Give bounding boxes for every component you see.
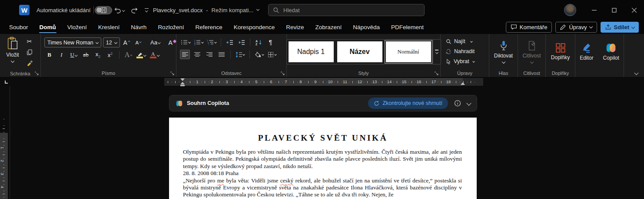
tab-zobrazeni[interactable]: Zobrazení <box>310 20 348 34</box>
bold-button[interactable]: B <box>44 50 54 60</box>
paragraph-dialog-launcher[interactable] <box>281 71 285 75</box>
strikethrough-button[interactable]: ab <box>81 50 91 60</box>
autosave-label: Automatické ukládání <box>37 7 90 13</box>
first-line-indent-marker[interactable] <box>180 78 185 81</box>
underline-button[interactable]: U <box>69 50 79 60</box>
editor-button[interactable]: Editor <box>576 41 597 62</box>
vertical-ruler[interactable]: 1234 <box>0 86 8 199</box>
style-nazev[interactable]: Název <box>337 41 382 62</box>
subscript-button[interactable]: x2 <box>93 50 103 60</box>
clipboard-dialog-launcher[interactable] <box>35 71 39 75</box>
tab-vlozeni[interactable]: Vložení <box>62 20 93 34</box>
save-icon[interactable] <box>100 7 107 14</box>
grow-font-button[interactable]: A <box>122 38 132 47</box>
decrease-indent-button[interactable] <box>225 37 235 47</box>
addins-button[interactable]: Doplňky <box>548 42 573 61</box>
style-nadpis1[interactable]: Nadpis 1 <box>289 41 334 62</box>
tab-rozlozeni[interactable]: Rozložení <box>152 20 189 34</box>
chevron-down-icon <box>530 60 533 64</box>
search-box[interactable] <box>268 4 425 16</box>
microphone-icon <box>499 40 508 51</box>
italic-button[interactable]: I <box>56 50 66 60</box>
document-page[interactable]: PLAVECKÝ SVĚT UNIKÁ Olympiáda v Pekingu … <box>169 118 477 199</box>
share-button[interactable]: Sdílet <box>601 22 639 33</box>
find-button[interactable]: Najít <box>444 37 474 46</box>
tab-stop-selector[interactable] <box>3 79 9 85</box>
collapse-summary-chevron-icon[interactable] <box>466 101 471 105</box>
font-color-button[interactable]: A <box>149 50 160 60</box>
share-icon <box>605 24 611 30</box>
tab-kresleni[interactable]: Kreslení <box>93 20 126 34</box>
styles-dialog-launcher[interactable] <box>435 71 438 75</box>
style-normalni[interactable]: Normální <box>386 41 431 62</box>
editor-pencil-icon <box>581 42 592 54</box>
cut-button[interactable]: ✂ <box>24 37 34 46</box>
document-title[interactable]: Plavecky_svet.docx - Režim kompati... <box>153 0 259 20</box>
bullets-button[interactable] <box>180 37 191 47</box>
dictate-button[interactable]: Diktovat <box>491 39 516 64</box>
chevron-down-icon <box>589 25 592 28</box>
tab-reference[interactable]: Reference <box>189 20 228 34</box>
comments-button[interactable]: Komentáře <box>506 22 552 33</box>
editing-mode-button[interactable]: Úpravy <box>555 22 597 33</box>
clear-formatting-button[interactable]: A <box>167 38 177 47</box>
text-effects-button[interactable]: A <box>123 50 133 60</box>
styles-gallery: Nadpis 1 Název Normální <box>286 39 441 64</box>
format-painter-button[interactable] <box>24 58 34 68</box>
tab-stop-left-icon <box>5 81 8 84</box>
font-size-combo[interactable]: 12 <box>103 37 120 47</box>
user-avatar[interactable] <box>564 4 576 16</box>
quick-access-overflow-icon[interactable] <box>145 8 149 12</box>
font-color-swatch <box>150 57 156 58</box>
info-icon[interactable] <box>454 100 461 107</box>
numbering-button[interactable]: 123 <box>193 37 204 47</box>
align-right-button[interactable] <box>204 50 214 59</box>
highlight-color-button[interactable] <box>136 50 147 60</box>
check-new-summary-button[interactable]: Zkontrolujte nové shrnutí <box>368 98 448 109</box>
shrink-font-button[interactable]: A <box>133 38 143 47</box>
svg-text:A: A <box>256 40 258 43</box>
tab-domu[interactable]: Domů <box>34 20 62 34</box>
svg-text:Z: Z <box>256 43 258 45</box>
justify-button[interactable] <box>216 50 226 59</box>
line-spacing-button[interactable] <box>235 50 246 59</box>
document-canvas: 1234 Souhrn Copilota Zkontrolu <box>0 86 644 199</box>
copy-button[interactable] <box>24 47 34 57</box>
search-input[interactable] <box>283 7 420 13</box>
sensitivity-button[interactable]: Citlivost <box>519 39 544 64</box>
hanging-indent-marker[interactable] <box>180 82 185 84</box>
superscript-button[interactable]: x2 <box>105 50 115 60</box>
right-indent-marker[interactable] <box>461 82 465 85</box>
borders-button[interactable] <box>267 50 277 59</box>
tab-pdfelement[interactable]: PDFelement <box>385 20 429 34</box>
word-app-icon[interactable]: W <box>19 5 30 15</box>
tab-napoveda[interactable]: Nápověda <box>347 20 385 34</box>
sort-button[interactable]: AZ <box>254 37 264 47</box>
multilevel-list-button[interactable]: 1ai <box>206 37 217 47</box>
horizontal-ruler[interactable]: 123456789101112131415161718 <box>164 78 483 86</box>
minimize-button[interactable] <box>584 0 604 20</box>
tab-navrh[interactable]: Návrh <box>125 20 152 34</box>
ribbon-group-sensitivity: Citlivost Citlivost <box>518 34 546 77</box>
maximize-button[interactable] <box>604 0 624 20</box>
close-button[interactable] <box>624 0 644 20</box>
shading-button[interactable] <box>254 50 265 59</box>
select-button[interactable]: Vybrat <box>444 57 476 66</box>
tab-korespondence[interactable]: Korespondence <box>228 20 281 34</box>
change-case-button[interactable]: Aa <box>150 38 160 47</box>
tab-soubor[interactable]: Soubor <box>3 20 34 34</box>
copilot-button[interactable]: Copilot <box>600 41 623 62</box>
font-name-combo[interactable]: Times New Roman <box>44 37 101 47</box>
show-formatting-button[interactable]: ¶ <box>266 37 276 47</box>
styles-gallery-more-button[interactable] <box>433 40 441 64</box>
redo-button[interactable] <box>131 7 139 13</box>
tab-revize[interactable]: Revize <box>280 20 309 34</box>
paste-button[interactable]: Vložit <box>3 36 23 63</box>
increase-indent-button[interactable] <box>236 37 246 47</box>
replace-button[interactable]: b c Nahradit <box>444 47 476 56</box>
chevron-down-icon <box>11 59 14 63</box>
undo-button[interactable] <box>113 7 125 13</box>
font-dialog-launcher[interactable] <box>170 71 174 75</box>
align-center-button[interactable] <box>192 50 202 59</box>
align-left-button[interactable] <box>180 50 190 59</box>
